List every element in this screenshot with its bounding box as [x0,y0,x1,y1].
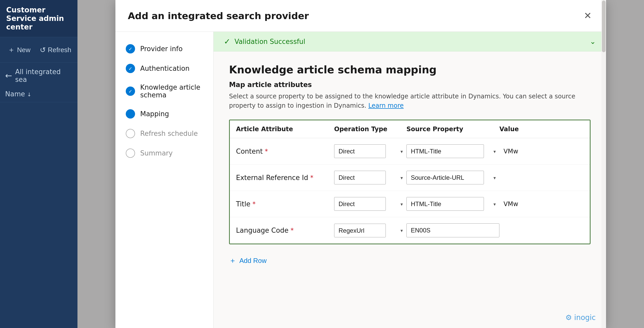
add-row-label: Add Row [239,257,267,265]
modal: Add an integrated search provider ✕ ✓ Pr… [115,0,606,328]
step-label-summary: Summary [140,149,173,157]
table-row: Title * Direct RegexUrl Static ▾ [230,191,590,217]
step-circle-knowledge: ✓ [126,87,135,96]
attr-external-ref: External Reference Id * [236,174,334,182]
table-row: Language Code * RegexUrl Direct Static [230,217,590,244]
operation-type-title-select[interactable]: Direct RegexUrl Static [334,197,386,211]
select-arrow-icon: ▾ [400,201,403,207]
content-inner: Knowledge article schema mapping Map art… [214,51,606,280]
new-button-label: New [17,46,30,54]
step-circle-summary [126,149,135,158]
gear-icon: ⚙ [565,313,572,322]
col-header-value: Value [499,126,551,133]
back-row[interactable]: ← All integrated sea [0,63,77,86]
operation-type-content-wrapper: Direct RegexUrl Static ▾ [334,144,406,158]
step-refresh-schedule: Refresh schedule [126,129,203,138]
step-knowledge-article-schema: ✓ Knowledge article schema [126,83,203,99]
main-area: Add an integrated search provider ✕ ✓ Pr… [77,0,644,328]
required-star-title: * [253,200,256,208]
modal-header: Add an integrated search provider ✕ [115,0,606,32]
steps-sidebar: ✓ Provider info ✓ Authentication ✓ Knowl… [115,32,214,328]
schema-mapping-title: Knowledge article schema mapping [229,64,591,76]
operation-type-ext-select[interactable]: Direct RegexUrl Static [334,171,386,184]
col-header-attribute: Article Attribute [236,126,334,133]
attr-title: Title * [236,200,334,208]
refresh-button[interactable]: ↺ Refresh [37,44,74,56]
add-row-button[interactable]: ＋ Add Row [229,254,267,268]
value-content: VMw [499,148,551,155]
col-header-source: Source Property [406,126,499,133]
sort-icon: ↓ [27,91,32,98]
select-arrow-icon: ▾ [400,228,403,233]
select-arrow-icon: ▾ [400,175,403,180]
validation-collapse-button[interactable]: ⌄ [590,37,596,46]
select-arrow-source-icon: ▾ [493,201,496,207]
step-label-authentication: Authentication [140,65,190,72]
table-row: Content * Direct RegexUrl Static [230,138,590,165]
step-circle-mapping [126,109,135,119]
back-arrow-icon: ← [5,71,12,81]
select-arrow-icon: ▾ [400,149,403,154]
close-button[interactable]: ✕ [582,8,594,23]
step-provider-info: ✓ Provider info [126,44,203,53]
source-property-ext-wrapper: Source-Article-URL HTML-Title EN00S ▾ [406,171,499,184]
learn-more-link[interactable]: Learn more [368,102,404,109]
source-property-title-wrapper: HTML-Title Source-Article-URL EN00S ▾ [406,197,499,211]
map-attributes-title: Map article attributes [229,81,591,89]
modal-title: Add an integrated search provider [128,11,309,21]
step-circle-refresh [126,129,135,138]
table-header: Article Attribute Operation Type Source … [230,120,590,138]
required-star-ext: * [310,174,313,181]
validation-banner-left: ✓ Validation Successful [224,37,305,46]
source-property-lang-input[interactable] [406,223,499,237]
attr-language: Language Code * [236,227,334,234]
validation-text: Validation Successful [234,38,305,45]
select-arrow-source-icon: ▾ [493,149,496,154]
name-column-header: Name ↓ [0,86,77,102]
table-row: External Reference Id * Direct RegexUrl … [230,165,590,191]
source-property-content-select[interactable]: HTML-Title Source-Article-URL EN00S [406,144,484,158]
attr-content: Content * [236,147,334,155]
step-label-mapping: Mapping [140,110,169,118]
validation-banner: ✓ Validation Successful ⌄ [214,32,606,51]
operation-type-lang-wrapper: RegexUrl Direct Static ▾ [334,224,406,237]
operation-type-content-select[interactable]: Direct RegexUrl Static [334,144,386,158]
value-title: VMw [499,200,551,208]
sidebar: Customer Service admin center ＋ New ↺ Re… [0,0,77,328]
select-arrow-source-icon: ▾ [493,175,496,180]
validation-check-icon: ✓ [224,37,230,46]
operation-type-ext-wrapper: Direct RegexUrl Static ▾ [334,171,406,184]
step-mapping: Mapping [126,109,203,119]
inogic-watermark: ⚙ inogic [565,313,596,322]
refresh-icon: ↺ [40,46,46,54]
step-label-refresh: Refresh schedule [140,130,198,137]
scrollbar-thumb[interactable] [602,32,606,52]
step-authentication: ✓ Authentication [126,64,203,73]
sidebar-toolbar: ＋ New ↺ Refresh [0,37,77,63]
step-label-provider-info: Provider info [140,45,183,53]
operation-type-lang-select[interactable]: RegexUrl Direct Static [334,224,386,237]
modal-scrollbar[interactable] [601,32,606,328]
col-header-operation: Operation Type [334,126,406,133]
source-property-content-wrapper: HTML-Title Source-Article-URL EN00S ▾ [406,144,499,158]
source-property-ext-select[interactable]: Source-Article-URL HTML-Title EN00S [406,171,484,184]
back-text: All integrated sea [15,68,72,83]
step-summary: Summary [126,149,203,158]
step-circle-authentication: ✓ [126,64,135,73]
modal-content: ✓ Validation Successful ⌄ Knowledge arti… [214,32,606,328]
operation-type-title-wrapper: Direct RegexUrl Static ▾ [334,197,406,211]
modal-body: ✓ Provider info ✓ Authentication ✓ Knowl… [115,32,606,328]
app-title: Customer Service admin center [0,0,77,37]
mapping-table: Article Attribute Operation Type Source … [229,120,591,244]
step-label-knowledge: Knowledge article schema [140,83,203,99]
new-button[interactable]: ＋ New [5,43,33,56]
step-circle-provider-info: ✓ [126,44,135,53]
refresh-button-label: Refresh [48,46,71,54]
add-row-plus-icon: ＋ [229,256,236,265]
required-star-content: * [265,148,268,155]
source-property-title-select[interactable]: HTML-Title Source-Article-URL EN00S [406,197,484,211]
map-attributes-desc: Select a source property to be assigned … [229,92,591,110]
plus-icon: ＋ [8,45,15,55]
required-star-lang: * [290,227,294,234]
modal-overlay: Add an integrated search provider ✕ ✓ Pr… [77,0,644,328]
